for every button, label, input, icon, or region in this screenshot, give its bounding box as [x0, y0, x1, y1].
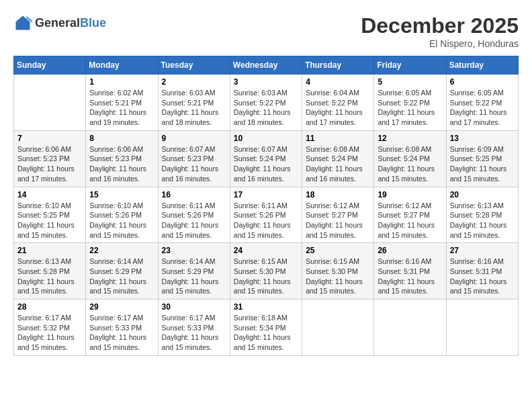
- calendar-cell: 14Sunrise: 6:10 AM Sunset: 5:25 PM Dayli…: [14, 187, 86, 243]
- day-info: Sunrise: 6:13 AM Sunset: 5:28 PM Dayligh…: [17, 257, 82, 296]
- logo-general: General: [35, 16, 80, 30]
- day-info: Sunrise: 6:13 AM Sunset: 5:28 PM Dayligh…: [450, 201, 515, 240]
- location: El Nispero, Honduras: [361, 38, 519, 49]
- calendar-cell: 18Sunrise: 6:12 AM Sunset: 5:27 PM Dayli…: [302, 187, 374, 243]
- day-number: 27: [450, 246, 515, 255]
- day-info: Sunrise: 6:11 AM Sunset: 5:26 PM Dayligh…: [234, 201, 298, 240]
- calendar-cell: 3Sunrise: 6:03 AM Sunset: 5:22 PM Daylig…: [230, 75, 302, 131]
- calendar-cell: 29Sunrise: 6:17 AM Sunset: 5:33 PM Dayli…: [86, 300, 158, 356]
- calendar-cell: 13Sunrise: 6:09 AM Sunset: 5:25 PM Dayli…: [446, 130, 518, 187]
- logo: GeneralBlue: [13, 13, 106, 32]
- calendar-cell: 11Sunrise: 6:08 AM Sunset: 5:24 PM Dayli…: [302, 130, 374, 187]
- calendar-cell: 27Sunrise: 6:16 AM Sunset: 5:31 PM Dayli…: [446, 243, 518, 300]
- day-number: 18: [306, 190, 370, 199]
- day-info: Sunrise: 6:17 AM Sunset: 5:32 PM Dayligh…: [17, 313, 82, 353]
- day-info: Sunrise: 6:15 AM Sunset: 5:30 PM Dayligh…: [234, 257, 298, 296]
- calendar-cell: 9Sunrise: 6:07 AM Sunset: 5:23 PM Daylig…: [158, 130, 230, 187]
- calendar-table: SundayMondayTuesdayWednesdayThursdayFrid…: [13, 56, 519, 356]
- calendar-cell: 28Sunrise: 6:17 AM Sunset: 5:32 PM Dayli…: [14, 300, 86, 356]
- day-number: 30: [162, 302, 226, 312]
- calendar-week-5: 28Sunrise: 6:17 AM Sunset: 5:32 PM Dayli…: [14, 300, 519, 356]
- calendar-cell: 24Sunrise: 6:15 AM Sunset: 5:30 PM Dayli…: [230, 243, 302, 300]
- calendar-cell: [446, 300, 518, 356]
- day-number: 6: [450, 77, 515, 87]
- day-info: Sunrise: 6:02 AM Sunset: 5:21 PM Dayligh…: [89, 88, 154, 128]
- day-number: 21: [17, 246, 82, 255]
- header-cell-friday: Friday: [374, 56, 446, 75]
- header-cell-tuesday: Tuesday: [158, 56, 230, 75]
- calendar-cell: 16Sunrise: 6:11 AM Sunset: 5:26 PM Dayli…: [158, 187, 230, 243]
- day-info: Sunrise: 6:10 AM Sunset: 5:26 PM Dayligh…: [89, 201, 154, 240]
- day-info: Sunrise: 6:15 AM Sunset: 5:30 PM Dayligh…: [306, 257, 370, 296]
- header-cell-thursday: Thursday: [302, 56, 374, 75]
- day-number: 14: [17, 190, 82, 199]
- logo-icon: [13, 13, 32, 32]
- day-info: Sunrise: 6:11 AM Sunset: 5:26 PM Dayligh…: [162, 201, 226, 240]
- calendar-header: SundayMondayTuesdayWednesdayThursdayFrid…: [14, 56, 519, 75]
- calendar-cell: 5Sunrise: 6:05 AM Sunset: 5:22 PM Daylig…: [374, 75, 446, 131]
- day-number: 8: [89, 134, 154, 143]
- day-number: 9: [162, 134, 226, 143]
- header-cell-wednesday: Wednesday: [230, 56, 302, 75]
- day-info: Sunrise: 6:06 AM Sunset: 5:23 PM Dayligh…: [17, 144, 82, 184]
- day-info: Sunrise: 6:18 AM Sunset: 5:34 PM Dayligh…: [234, 313, 298, 353]
- calendar-week-1: 1Sunrise: 6:02 AM Sunset: 5:21 PM Daylig…: [14, 75, 519, 131]
- day-info: Sunrise: 6:07 AM Sunset: 5:24 PM Dayligh…: [234, 144, 298, 184]
- day-info: Sunrise: 6:08 AM Sunset: 5:24 PM Dayligh…: [378, 144, 442, 184]
- day-info: Sunrise: 6:12 AM Sunset: 5:27 PM Dayligh…: [306, 201, 370, 240]
- day-number: 13: [450, 134, 515, 143]
- day-number: 10: [234, 134, 298, 143]
- day-info: Sunrise: 6:17 AM Sunset: 5:33 PM Dayligh…: [89, 313, 154, 353]
- calendar-cell: 22Sunrise: 6:14 AM Sunset: 5:29 PM Dayli…: [86, 243, 158, 300]
- day-number: 29: [89, 302, 154, 312]
- day-info: Sunrise: 6:04 AM Sunset: 5:22 PM Dayligh…: [306, 88, 370, 128]
- day-number: 25: [306, 246, 370, 255]
- day-number: 12: [378, 134, 442, 143]
- calendar-cell: 10Sunrise: 6:07 AM Sunset: 5:24 PM Dayli…: [230, 130, 302, 187]
- day-info: Sunrise: 6:14 AM Sunset: 5:29 PM Dayligh…: [162, 257, 226, 296]
- calendar-cell: 1Sunrise: 6:02 AM Sunset: 5:21 PM Daylig…: [86, 75, 158, 131]
- day-number: 22: [89, 246, 154, 255]
- day-number: 2: [162, 77, 226, 87]
- day-number: 5: [378, 77, 442, 87]
- calendar-cell: 4Sunrise: 6:04 AM Sunset: 5:22 PM Daylig…: [302, 75, 374, 131]
- day-number: 28: [17, 302, 82, 312]
- day-number: 7: [17, 134, 82, 143]
- day-number: 31: [234, 302, 298, 312]
- day-number: 20: [450, 190, 515, 199]
- calendar-cell: 7Sunrise: 6:06 AM Sunset: 5:23 PM Daylig…: [14, 130, 86, 187]
- calendar-week-4: 21Sunrise: 6:13 AM Sunset: 5:28 PM Dayli…: [14, 243, 519, 300]
- day-info: Sunrise: 6:14 AM Sunset: 5:29 PM Dayligh…: [89, 257, 154, 296]
- day-info: Sunrise: 6:16 AM Sunset: 5:31 PM Dayligh…: [450, 257, 515, 296]
- day-number: 19: [378, 190, 442, 199]
- header-row: SundayMondayTuesdayWednesdayThursdayFrid…: [14, 56, 519, 75]
- calendar-cell: 19Sunrise: 6:12 AM Sunset: 5:27 PM Dayli…: [374, 187, 446, 243]
- calendar-cell: 20Sunrise: 6:13 AM Sunset: 5:28 PM Dayli…: [446, 187, 518, 243]
- logo-blue: Blue: [80, 16, 106, 30]
- day-number: 11: [306, 134, 370, 143]
- day-number: 1: [89, 77, 154, 87]
- calendar-week-3: 14Sunrise: 6:10 AM Sunset: 5:25 PM Dayli…: [14, 187, 519, 243]
- day-number: 16: [162, 190, 226, 199]
- day-info: Sunrise: 6:09 AM Sunset: 5:25 PM Dayligh…: [450, 144, 515, 184]
- calendar-cell: 25Sunrise: 6:15 AM Sunset: 5:30 PM Dayli…: [302, 243, 374, 300]
- day-info: Sunrise: 6:03 AM Sunset: 5:21 PM Dayligh…: [162, 88, 226, 128]
- day-number: 4: [306, 77, 370, 87]
- calendar-cell: 12Sunrise: 6:08 AM Sunset: 5:24 PM Dayli…: [374, 130, 446, 187]
- calendar-cell: [374, 300, 446, 356]
- day-number: 15: [89, 190, 154, 199]
- header-cell-sunday: Sunday: [14, 56, 86, 75]
- calendar-body: 1Sunrise: 6:02 AM Sunset: 5:21 PM Daylig…: [14, 75, 519, 356]
- calendar-cell: 17Sunrise: 6:11 AM Sunset: 5:26 PM Dayli…: [230, 187, 302, 243]
- calendar-cell: 23Sunrise: 6:14 AM Sunset: 5:29 PM Dayli…: [158, 243, 230, 300]
- day-number: 3: [234, 77, 298, 87]
- day-number: 26: [378, 246, 442, 255]
- calendar-cell: 2Sunrise: 6:03 AM Sunset: 5:21 PM Daylig…: [158, 75, 230, 131]
- day-info: Sunrise: 6:10 AM Sunset: 5:25 PM Dayligh…: [17, 201, 82, 240]
- day-info: Sunrise: 6:07 AM Sunset: 5:23 PM Dayligh…: [162, 144, 226, 184]
- calendar-week-2: 7Sunrise: 6:06 AM Sunset: 5:23 PM Daylig…: [14, 130, 519, 187]
- day-info: Sunrise: 6:03 AM Sunset: 5:22 PM Dayligh…: [234, 88, 298, 128]
- day-number: 23: [162, 246, 226, 255]
- calendar-cell: 8Sunrise: 6:06 AM Sunset: 5:23 PM Daylig…: [86, 130, 158, 187]
- day-info: Sunrise: 6:05 AM Sunset: 5:22 PM Dayligh…: [450, 88, 515, 128]
